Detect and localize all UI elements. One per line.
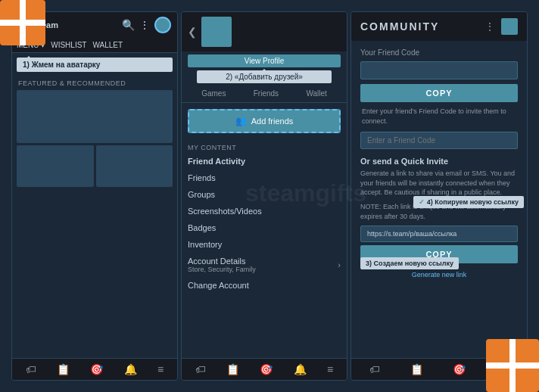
menu-friends[interactable]: Friends — [182, 170, 347, 186]
tooltip-add-friends: 2) «Добавить друзей» — [197, 70, 332, 83]
game-thumb-2 — [96, 145, 173, 187]
gift-box-bottom-right — [486, 339, 539, 392]
nav-wallet[interactable]: WALLET — [92, 41, 123, 49]
menu-groups[interactable]: Groups — [182, 186, 347, 203]
featured-label: FEATURED & RECOMMENDED — [12, 76, 177, 90]
nav-icon-tag[interactable]: 🏷 — [195, 363, 206, 375]
nav-icon-target[interactable]: 🎯 — [260, 363, 273, 375]
nav-icon-tag[interactable]: 🏷 — [369, 363, 380, 375]
nav-icon-tag[interactable]: 🏷 — [26, 363, 36, 375]
more-icon[interactable]: ⋮ — [139, 19, 150, 31]
menu-inventory[interactable]: Inventory — [182, 236, 347, 253]
nav-icon-list[interactable]: 📋 — [226, 363, 239, 375]
menu-change-account[interactable]: Change Account — [182, 277, 347, 294]
chevron-icon: › — [338, 260, 341, 269]
profile-header: ❮ — [182, 12, 347, 51]
featured-games — [12, 90, 177, 191]
quick-invite-label: Or send a Quick Invite — [360, 157, 518, 166]
community-header-right: ⋮ — [484, 18, 518, 35]
community-avatar — [501, 18, 518, 35]
friend-code-label: Your Friend Code — [360, 48, 518, 57]
community-header: COMMUNITY ⋮ — [351, 12, 527, 41]
invite-link-input[interactable] — [360, 226, 518, 242]
nav-icon-menu[interactable]: ≡ — [157, 363, 164, 375]
profile-dropdown-panel: ❮ View Profile 2) «Добавить друзей» Game… — [181, 11, 347, 381]
profile-tabs: Games Friends Wallet — [182, 85, 347, 103]
search-icon[interactable]: 🔍 — [122, 19, 135, 31]
tooltip-avatar: 1) Жмем на аватарку — [17, 58, 173, 72]
steam-header-icons: 🔍 ⋮ — [122, 17, 171, 33]
tooltip-generate-link: 3) Создаем новую ссылку — [360, 257, 459, 269]
nav-icon-bell[interactable]: 🔔 — [294, 363, 307, 375]
game-thumb-main — [17, 90, 173, 143]
community-title: COMMUNITY — [360, 20, 439, 33]
quick-invite-desc: Generate a link to share via email or SM… — [360, 169, 518, 198]
nav-icon-target[interactable]: 🎯 — [90, 363, 103, 375]
tab-friends[interactable]: Friends — [251, 88, 282, 99]
nav-icon-bell[interactable]: 🔔 — [124, 363, 137, 375]
steam-client-panel: Steam 🔍 ⋮ MENU ▾ WISHLIST WALLET 1) Жмем… — [11, 11, 178, 381]
copy-friend-code-button[interactable]: COPY — [360, 84, 518, 102]
nav-icon-menu[interactable]: ≡ — [327, 363, 333, 375]
nav-wishlist[interactable]: WISHLIST — [51, 41, 86, 49]
quick-invite-section: Or send a Quick Invite Generate a link t… — [351, 157, 527, 280]
friend-code-section: Your Friend Code COPY Enter your friend'… — [351, 41, 527, 157]
more-icon[interactable]: ⋮ — [484, 20, 495, 33]
community-panel: COMMUNITY ⋮ Your Friend Code COPY Enter … — [351, 11, 528, 381]
nav-icon-target[interactable]: 🎯 — [453, 363, 466, 375]
gift-box-top-left — [0, 0, 45, 45]
back-button[interactable]: ❮ — [188, 26, 197, 38]
generate-new-link[interactable]: Generate new link — [410, 269, 469, 280]
friend-code-input[interactable] — [360, 61, 518, 79]
tab-wallet[interactable]: Wallet — [303, 88, 329, 99]
menu-badges[interactable]: Badges — [182, 219, 347, 236]
game-thumb-1 — [17, 145, 94, 187]
left-bottom-nav: 🏷 📋 🎯 🔔 ≡ — [12, 358, 177, 380]
nav-icon-list[interactable]: 📋 — [57, 363, 70, 375]
friend-code-hint: Enter your friend's Friend Code to invit… — [360, 107, 518, 126]
middle-bottom-nav: 🏷 📋 🎯 🔔 ≡ — [182, 358, 347, 380]
avatar[interactable] — [154, 17, 171, 33]
tab-games[interactable]: Games — [198, 88, 229, 99]
enter-friend-code-input[interactable] — [360, 132, 518, 149]
menu-screenshots[interactable]: Screenshots/Videos — [182, 203, 347, 219]
add-friends-button[interactable]: Add friends — [188, 109, 341, 133]
tooltip-copy-link: ✓ 4) Копируем новую ссылку — [413, 196, 524, 208]
nav-icon-list[interactable]: 📋 — [410, 363, 423, 375]
menu-friend-activity[interactable]: Friend Activity — [182, 153, 347, 170]
profile-avatar — [201, 17, 232, 47]
menu-account-details[interactable]: Account Details Store, Security, Family … — [182, 253, 347, 277]
my-content-label: MY CONTENT — [182, 139, 347, 153]
